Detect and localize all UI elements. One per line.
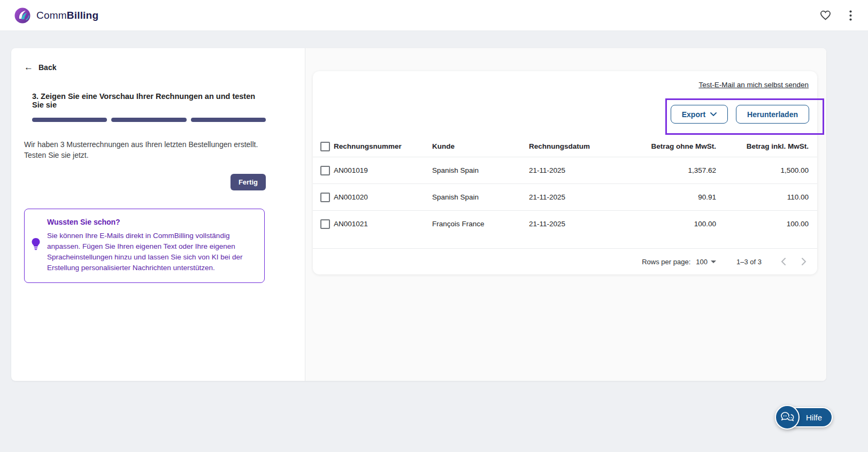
lightbulb-icon — [30, 238, 42, 254]
progress-segment-1 — [32, 118, 107, 122]
table-header-row: Rechnungsnummer Kunde Rechnungsdatum Bet… — [313, 136, 817, 157]
rows-per-page-label: Rows per page: — [642, 258, 690, 266]
row-checkbox[interactable] — [320, 166, 330, 175]
chevron-down-icon — [710, 112, 717, 116]
brand: CommBilling — [14, 7, 98, 24]
cell-customer: François France — [432, 220, 529, 228]
cell-customer: Spanish Spain — [432, 166, 529, 174]
brand-name: CommBilling — [36, 10, 98, 21]
next-page-icon[interactable] — [801, 257, 808, 266]
step-progress — [32, 118, 266, 122]
cell-net: 1,357.62 — [618, 166, 725, 174]
cell-customer: Spanish Spain — [432, 193, 529, 201]
back-button[interactable]: ← Back — [24, 63, 56, 72]
wizard-pane: ← Back 3. Zeigen Sie eine Vorschau Ihrer… — [11, 48, 305, 381]
help-label: Hilfe — [806, 413, 822, 422]
rows-per-page-select[interactable]: 100 — [696, 258, 716, 266]
col-header-number: Rechnungsnummer — [334, 142, 432, 150]
table-row[interactable]: AN001021 François France 21-11-2025 100.… — [313, 210, 817, 237]
invoice-table: Rechnungsnummer Kunde Rechnungsdatum Bet… — [313, 136, 817, 237]
table-row[interactable]: AN001019 Spanish Spain 21-11-2025 1,357.… — [313, 157, 817, 183]
tip-title: Wussten Sie schon? — [47, 218, 256, 226]
main-card: ← Back 3. Zeigen Sie eine Vorschau Ihrer… — [11, 48, 826, 381]
cell-date: 21-11-2025 — [529, 220, 618, 228]
cell-invoice-number: AN001019 — [334, 166, 432, 174]
cell-date: 21-11-2025 — [529, 193, 618, 201]
step-title: 3. Zeigen Sie eine Vorschau Ihrer Rechnu… — [32, 92, 266, 109]
test-email-link[interactable]: Test-E-Mail an mich selbst senden — [698, 81, 809, 89]
download-button[interactable]: Herunterladen — [736, 105, 809, 124]
pagination-range: 1–3 of 3 — [736, 258, 762, 266]
export-button[interactable]: Export — [671, 105, 728, 124]
col-header-date: Rechnungsdatum — [529, 142, 618, 150]
cell-net: 100.00 — [618, 220, 725, 228]
col-header-net: Betrag ohne MwSt. — [618, 142, 725, 150]
table-row[interactable]: AN001020 Spanish Spain 21-11-2025 90.91 … — [313, 183, 817, 210]
done-button[interactable]: Fertig — [231, 174, 266, 190]
previous-page-icon[interactable] — [780, 257, 787, 266]
did-you-know-box: Wussten Sie schon? Sie können Ihre E-Mai… — [24, 209, 265, 283]
select-all-checkbox[interactable] — [320, 142, 330, 151]
cell-invoice-number: AN001021 — [334, 220, 432, 228]
progress-segment-3 — [191, 118, 266, 122]
col-header-customer: Kunde — [432, 142, 529, 150]
help-button[interactable]: Hilfe — [775, 405, 833, 430]
back-arrow-icon: ← — [24, 63, 33, 72]
kebab-menu-icon[interactable] — [847, 8, 854, 23]
favorite-heart-icon[interactable] — [818, 8, 833, 22]
chat-bubbles-icon — [775, 405, 800, 430]
cell-invoice-number: AN001020 — [334, 193, 432, 201]
cell-gross: 1,500.00 — [725, 166, 817, 174]
preview-pane: Test-E-Mail an mich selbst senden Export… — [305, 48, 826, 381]
top-bar: CommBilling — [0, 0, 868, 31]
row-checkbox[interactable] — [320, 193, 330, 202]
cell-date: 21-11-2025 — [529, 166, 618, 174]
back-label: Back — [39, 63, 56, 72]
table-pagination: Rows per page: 100 1–3 of 3 — [313, 248, 817, 274]
cell-net: 90.91 — [618, 193, 725, 201]
cell-gross: 110.00 — [725, 193, 817, 201]
commbilling-logo-icon — [14, 7, 31, 24]
col-header-gross: Betrag inkl. MwSt. — [725, 142, 817, 150]
invoice-preview-card: Test-E-Mail an mich selbst senden Export… — [313, 71, 817, 274]
progress-segment-2 — [111, 118, 186, 122]
dropdown-caret-icon — [711, 261, 716, 263]
row-checkbox[interactable] — [320, 219, 330, 229]
tip-body: Sie können Ihre E-Mails direkt in CommBi… — [47, 231, 256, 274]
cell-gross: 100.00 — [725, 220, 817, 228]
step-description: Wir haben 3 Musterrechnungen aus Ihren l… — [24, 139, 259, 161]
